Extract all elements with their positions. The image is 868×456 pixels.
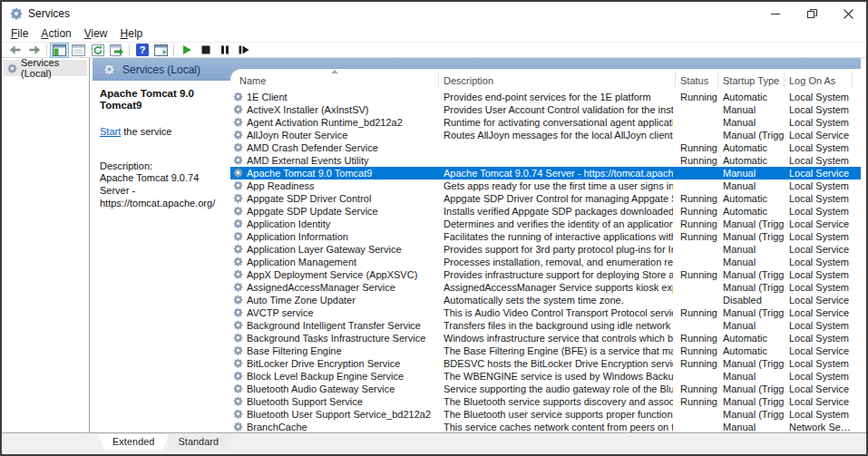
cell-startup-type: Manual (Trigg… xyxy=(723,230,785,243)
table-row[interactable]: Background Tasks Infrastructure Service … xyxy=(230,332,861,344)
cell-name: Application Information xyxy=(247,230,434,243)
table-row[interactable]: Application Layer Gateway Service Provid… xyxy=(230,243,861,256)
service-gear-icon xyxy=(233,422,243,432)
refresh-button[interactable] xyxy=(88,43,107,58)
column-separator[interactable] xyxy=(717,73,718,87)
properties-button[interactable] xyxy=(69,43,88,58)
export-list-button[interactable] xyxy=(107,43,126,58)
table-row[interactable]: Bluetooth Support Service The Bluetooth … xyxy=(230,395,861,408)
cell-logon-as: Local System xyxy=(789,319,860,332)
tab-standard[interactable]: Standard xyxy=(163,434,233,450)
help-button[interactable]: ? xyxy=(132,43,151,58)
cell-logon-as: Local Service xyxy=(789,383,860,395)
cell-startup-type: Automatic xyxy=(723,205,785,218)
table-row[interactable]: Application Management Processes install… xyxy=(230,256,861,268)
column-separator[interactable] xyxy=(675,73,676,87)
menu-item-help[interactable]: Help xyxy=(114,26,150,41)
column-header-startup-type[interactable]: Startup Type xyxy=(723,75,779,86)
cell-status: Running xyxy=(680,395,720,408)
tree-item-services-local[interactable]: Services (Local) xyxy=(4,60,87,76)
column-separator[interactable] xyxy=(438,73,439,87)
show-hide-console-tree-button[interactable] xyxy=(50,43,69,58)
cell-logon-as: Local Service xyxy=(789,243,860,256)
cell-description: Apache Tomcat 9.0.74 Server - https://to… xyxy=(444,167,673,179)
table-row[interactable]: Auto Time Zone Updater Automatically set… xyxy=(230,294,861,306)
table-row[interactable]: BranchCache This service caches network … xyxy=(230,421,861,432)
service-gear-icon xyxy=(233,371,243,381)
minimize-button[interactable] xyxy=(757,2,794,25)
cell-startup-type: Manual (Trigg… xyxy=(723,395,785,408)
cell-logon-as: Local System xyxy=(789,230,860,243)
cell-startup-type: Automatic xyxy=(723,344,785,357)
show-hide-action-pane-button[interactable] xyxy=(151,43,171,58)
stop-service-button[interactable] xyxy=(196,43,215,58)
column-header-name[interactable]: Name xyxy=(239,75,266,86)
service-gear-icon xyxy=(233,257,243,267)
table-row[interactable]: AppX Deployment Service (AppXSVC) Provid… xyxy=(230,268,861,281)
forward-button[interactable] xyxy=(24,43,44,58)
table-row[interactable]: AMD Crash Defender Service Running Autom… xyxy=(230,141,861,154)
cell-startup-type: Manual xyxy=(723,103,785,116)
table-row[interactable]: AMD External Events Utility Running Auto… xyxy=(230,154,861,167)
cell-name: AppX Deployment Service (AppXSVC) xyxy=(247,268,434,281)
tab-extended[interactable]: Extended xyxy=(98,434,169,450)
column-separator[interactable] xyxy=(852,73,853,87)
table-row[interactable]: Appgate SDP Driver Control Appgate SDP D… xyxy=(230,192,861,205)
view-tab-bar: ExtendedStandard xyxy=(2,432,866,454)
cell-startup-type: Manual (Trigg… xyxy=(723,408,785,421)
table-row[interactable]: AssignedAccessManager Service AssignedAc… xyxy=(230,281,861,294)
table-row[interactable]: Appgate SDP Update Service Installs veri… xyxy=(230,205,861,218)
cell-status: Running xyxy=(680,357,720,370)
table-row[interactable]: Background Intelligent Transfer Service … xyxy=(230,319,861,332)
table-row[interactable]: Application Identity Determines and veri… xyxy=(230,218,861,230)
menu-item-view[interactable]: View xyxy=(78,26,114,41)
cell-logon-as: Local Service xyxy=(789,218,860,230)
start-service-link[interactable]: Start xyxy=(100,126,121,137)
cell-logon-as: Local System xyxy=(789,256,860,268)
table-row[interactable]: Bluetooth Audio Gateway Service Service … xyxy=(230,383,861,395)
cell-name: Application Management xyxy=(247,256,434,268)
menu-item-file[interactable]: File xyxy=(5,26,34,41)
cell-description: Transfers files in the background using … xyxy=(444,319,673,332)
sort-ascending-indicator xyxy=(331,70,338,73)
column-separator[interactable] xyxy=(784,73,785,87)
pause-service-button[interactable] xyxy=(215,43,234,58)
close-button[interactable] xyxy=(830,2,866,25)
cell-startup-type: Manual xyxy=(723,116,785,129)
service-gear-icon xyxy=(233,358,243,368)
cell-name: AMD Crash Defender Service xyxy=(247,141,434,154)
service-gear-icon xyxy=(233,333,243,343)
table-row[interactable]: AllJoyn Router Service Routes AllJoyn me… xyxy=(230,129,861,141)
start-service-button[interactable] xyxy=(177,43,196,58)
cell-startup-type: Manual (Trigg… xyxy=(723,129,785,141)
table-row[interactable]: ActiveX Installer (AxInstSV) Provides Us… xyxy=(230,103,861,116)
menu-item-action[interactable]: Action xyxy=(34,26,77,41)
table-row[interactable]: Bluetooth User Support Service_bd212a2 T… xyxy=(230,408,861,421)
cell-logon-as: Local Service xyxy=(789,344,860,357)
selected-service-title: Apache Tomcat 9.0 Tomcat9 xyxy=(100,88,225,112)
column-header-description[interactable]: Description xyxy=(444,75,493,86)
column-header-logon-as[interactable]: Log On As xyxy=(789,75,835,86)
table-row[interactable]: 1E Client Provides end-point services fo… xyxy=(230,91,861,103)
service-gear-icon xyxy=(233,409,243,419)
restore-button[interactable] xyxy=(794,2,830,25)
service-gear-icon xyxy=(233,155,243,165)
cell-description: The WBENGINE service is used by Windows … xyxy=(444,370,673,383)
table-row[interactable]: Agent Activation Runtime_bd212a2 Runtime… xyxy=(230,116,861,129)
table-row[interactable]: Application Information Facilitates the … xyxy=(230,230,861,243)
back-button[interactable] xyxy=(5,43,24,58)
title-bar: Services xyxy=(2,2,866,25)
cell-description: This service caches network content from… xyxy=(444,421,673,432)
restart-service-button[interactable] xyxy=(234,43,253,58)
service-gear-icon xyxy=(233,104,243,114)
table-row[interactable]: App Readiness Gets apps ready for use th… xyxy=(230,179,861,192)
table-row[interactable]: BitLocker Drive Encryption Service BDESV… xyxy=(230,357,861,370)
column-header-status[interactable]: Status xyxy=(680,75,708,86)
toolbar-separator xyxy=(173,44,174,56)
table-row[interactable]: Apache Tomcat 9.0 Tomcat9 Apache Tomcat … xyxy=(230,167,861,179)
table-row[interactable]: Base Filtering Engine The Base Filtering… xyxy=(230,344,861,357)
cell-logon-as: Local System xyxy=(789,268,860,281)
cell-description: Provides infrastructure support for depl… xyxy=(444,268,673,281)
table-row[interactable]: Block Level Backup Engine Service The WB… xyxy=(230,370,861,383)
table-row[interactable]: AVCTP service This is Audio Video Contro… xyxy=(230,306,861,319)
